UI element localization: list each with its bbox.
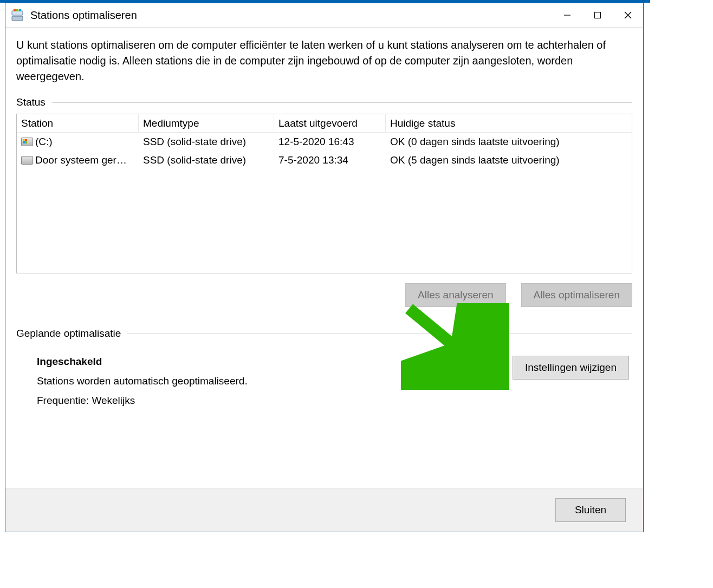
change-settings-button[interactable]: Instellingen wijzigen: [513, 356, 629, 380]
schedule-label-text: Geplande optimalisatie: [16, 328, 121, 339]
analyze-all-button[interactable]: Alles analyseren: [405, 283, 505, 307]
svg-rect-4: [19, 9, 21, 11]
table-row[interactable]: Door systeem ger… SSD (solid-state drive…: [17, 151, 632, 169]
svg-rect-1: [12, 11, 23, 15]
schedule-auto-text: Stations worden automatisch geoptimalise…: [37, 375, 248, 387]
th-last[interactable]: Laatst uitgevoerd: [274, 114, 386, 132]
cell-status: OK (0 dagen sinds laatste uitvoering): [386, 136, 632, 148]
app-icon: [11, 9, 24, 22]
optimize-drives-window: Stations optimaliseren U kunt stations o…: [5, 3, 644, 532]
close-button[interactable]: [613, 3, 643, 27]
th-type[interactable]: Mediumtype: [139, 114, 274, 132]
schedule-info: Ingeschakeld Stations worden automatisch…: [37, 356, 248, 407]
svg-rect-0: [12, 16, 23, 21]
status-label-text: Status: [16, 96, 46, 108]
th-station[interactable]: Station: [17, 114, 139, 132]
th-status[interactable]: Huidige status: [386, 114, 632, 132]
schedule-enabled-title: Ingeschakeld: [37, 356, 248, 368]
close-dialog-button[interactable]: Sluiten: [555, 498, 626, 522]
drive-icon: [21, 156, 33, 165]
cell-last: 12-5-2020 16:43: [274, 136, 386, 148]
cell-type: SSD (solid-state drive): [139, 136, 274, 148]
schedule-section-label: Geplande optimalisatie: [16, 328, 632, 339]
minimize-button[interactable]: [552, 3, 582, 27]
drive-icon: [21, 138, 33, 146]
svg-rect-2: [14, 9, 16, 11]
table-header[interactable]: Station Mediumtype Laatst uitgevoerd Hui…: [17, 114, 632, 133]
cell-station: (C:): [35, 136, 53, 148]
svg-rect-3: [16, 9, 18, 11]
dialog-footer: Sluiten: [5, 488, 643, 532]
window-controls: [552, 3, 643, 27]
titlebar[interactable]: Stations optimaliseren: [5, 3, 643, 28]
cell-station: Door systeem ger…: [35, 154, 127, 166]
cell-status: OK (5 dagen sinds laatste uitvoering): [386, 154, 632, 166]
optimize-all-button[interactable]: Alles optimaliseren: [521, 283, 632, 307]
description-text: U kunt stations optimaliseren om de comp…: [16, 37, 632, 84]
table-row[interactable]: (C:) SSD (solid-state drive) 12-5-2020 1…: [17, 133, 632, 151]
schedule-frequency: Frequentie: Wekelijks: [37, 395, 248, 407]
maximize-button[interactable]: [582, 3, 613, 27]
drives-table: Station Mediumtype Laatst uitgevoerd Hui…: [16, 114, 632, 273]
cell-last: 7-5-2020 13:34: [274, 154, 386, 166]
status-section-label: Status: [16, 96, 632, 108]
svg-rect-6: [595, 12, 601, 18]
window-title: Stations optimaliseren: [30, 9, 552, 22]
cell-type: SSD (solid-state drive): [139, 154, 274, 166]
